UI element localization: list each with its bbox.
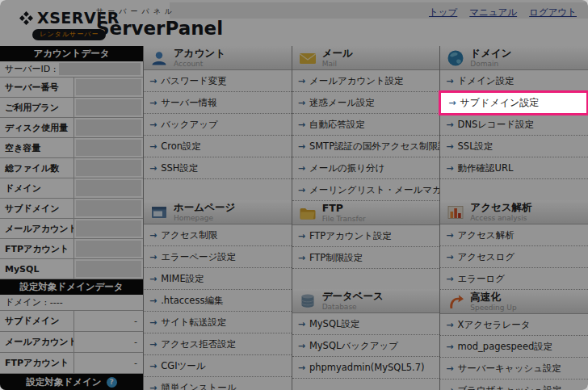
menu-item-domain-settings[interactable]: →ドメイン設定 xyxy=(440,70,588,92)
content: アカウントデータ サーバーID : サーバー番号 ご利用プラン ディスク使用量 … xyxy=(0,46,588,390)
redacted-value xyxy=(76,140,141,156)
section-subtitle: Access analysis xyxy=(470,214,531,222)
arrow-icon: → xyxy=(149,252,157,262)
arrow-icon: → xyxy=(446,76,453,86)
menu-item-mysql-backup[interactable]: →MySQLバックアップ xyxy=(292,335,440,357)
menu-item-password-change[interactable]: →パスワード変更 xyxy=(144,70,292,92)
person-icon xyxy=(150,49,168,67)
target-ftp-account-row: FTPアカウント- xyxy=(0,353,143,374)
menu-item-backup[interactable]: →バックアップ xyxy=(144,114,292,136)
menu-item-ftp-restriction[interactable]: →FTP制限設定 xyxy=(292,247,440,269)
arrow-icon: → xyxy=(446,120,453,130)
help-icon[interactable]: ? xyxy=(107,377,117,388)
menu-item-cron[interactable]: →Cron設定 xyxy=(144,136,292,157)
menu-item-access-log[interactable]: →アクセスログ xyxy=(440,246,588,268)
arrow-icon: → xyxy=(298,319,305,329)
menu-item-operation-check-url[interactable]: →動作確認URL xyxy=(440,157,588,179)
arrow-icon: → xyxy=(448,98,456,108)
arrow-icon: → xyxy=(446,274,453,284)
redacted-value xyxy=(76,241,141,257)
sidebar-row-ftp-account: FTPアカウント xyxy=(0,239,143,259)
nav-link-manual[interactable]: マニュアル xyxy=(469,6,517,19)
folder-icon xyxy=(299,204,317,222)
menu-item-error-log[interactable]: →エラーログ xyxy=(440,268,588,290)
menu-item-phpmyadmin[interactable]: →phpmyadmin(MySQL5.7) xyxy=(292,357,440,379)
arrow-icon: → xyxy=(446,141,453,152)
speed-arrow-icon xyxy=(447,293,464,311)
menu-item-subdomain-settings-highlighted[interactable]: →サブドメイン設定 xyxy=(439,90,588,115)
menu-item-mime[interactable]: →MIME設定 xyxy=(144,268,292,290)
section-title: アクセス解析 xyxy=(470,202,531,213)
menu-item-ssh[interactable]: →SSH設定 xyxy=(144,157,292,179)
redacted-value xyxy=(76,79,141,95)
redacted-value xyxy=(76,120,141,136)
header: XSERVER レンタルサーバー サーバーパネル ServerPanel トップ… xyxy=(0,0,588,46)
menu-item-mailing-list[interactable]: →メーリングリスト・メールマガジン xyxy=(292,179,440,201)
spacer xyxy=(292,269,440,289)
menu-item-server-info[interactable]: →サーバー情報 xyxy=(144,92,292,114)
menu-item-ssl[interactable]: →SSL設定 xyxy=(440,136,588,157)
redacted-value xyxy=(76,200,141,216)
sidebar-row-server-number: サーバー番号 xyxy=(0,78,143,98)
menu-item-mod-pagespeed[interactable]: →mod_pagespeed設定 xyxy=(440,336,588,358)
arrow-icon: → xyxy=(149,163,157,174)
menu-item-ftp-account[interactable]: →FTPアカウント設定 xyxy=(292,225,440,247)
nav-link-top[interactable]: トップ xyxy=(429,6,457,19)
sidebar-row-domain: ドメイン xyxy=(0,178,143,199)
section-title: データベース xyxy=(322,291,384,302)
section-header-account: アカウント Account xyxy=(144,46,292,70)
section-subtitle: File Transfer xyxy=(322,215,366,223)
filler xyxy=(292,379,440,390)
sidebar-header-target-domain-data: 設定対象ドメインデータ xyxy=(0,279,143,295)
rental-server-badge: レンタルサーバー xyxy=(32,29,106,40)
menu-item-htaccess[interactable]: →.htaccess編集 xyxy=(144,290,292,312)
menu-column-2: メール Mail →メールアカウント設定 →迷惑メール設定 →自動応答設定 →S… xyxy=(292,46,440,390)
header-nav: トップ マニュアル ログアウト xyxy=(429,6,577,19)
menu-column-1: アカウント Account →パスワード変更 →サーバー情報 →バックアップ →… xyxy=(144,46,292,390)
menu-item-server-cache[interactable]: →サーバーキャッシュ設定 xyxy=(440,358,588,380)
envelope-icon xyxy=(299,49,317,67)
section-title: ドメイン xyxy=(470,48,511,59)
section-header-mail: メール Mail xyxy=(292,46,440,70)
panel-title: サーバーパネル ServerPanel xyxy=(96,6,223,39)
menu-item-x-accelerator[interactable]: →Xアクセラレータ xyxy=(440,314,588,336)
section-header-speedup: 高速化 Speeding Up xyxy=(440,290,588,314)
menu-item-access-analysis[interactable]: →アクセス解析 xyxy=(440,224,588,246)
sidebar-header-account-data: アカウントデータ xyxy=(0,46,143,61)
redacted-value xyxy=(76,220,141,237)
xserver-diamond-icon xyxy=(19,11,33,25)
value-cell: - xyxy=(74,311,143,331)
menu-item-access-restriction[interactable]: →アクセス制限 xyxy=(144,224,292,246)
arrow-icon: → xyxy=(446,163,453,174)
arrow-icon: → xyxy=(149,230,157,241)
arrow-icon: → xyxy=(446,385,453,390)
menu-item-site-transfer[interactable]: →サイト転送設定 xyxy=(144,312,292,333)
menu-item-spam-mail[interactable]: →迷惑メール設定 xyxy=(292,92,440,114)
menu-item-cgi-tools[interactable]: →CGIツール xyxy=(144,355,292,377)
section-subtitle: Account xyxy=(174,60,225,68)
menu-item-mail-sorting[interactable]: →メールの振り分け xyxy=(292,157,440,179)
value-cell: - xyxy=(74,353,143,373)
server-panel-app: XSERVER レンタルサーバー サーバーパネル ServerPanel トップ… xyxy=(0,0,588,390)
menu-item-easy-install[interactable]: →簡単インストール xyxy=(144,377,292,390)
menu-item-mail-account[interactable]: →メールアカウント設定 xyxy=(292,70,440,92)
redacted-value xyxy=(76,180,141,196)
menu-item-access-deny[interactable]: →アクセス拒否設定 xyxy=(144,333,292,355)
arrow-icon: → xyxy=(149,120,157,130)
section-header-ftp: FTP File Transfer xyxy=(292,201,440,225)
menu-item-mysql-settings[interactable]: →MySQL設定 xyxy=(292,313,440,335)
target-mail-account-row: メールアカウント- xyxy=(0,332,143,353)
section-title: FTP xyxy=(322,203,366,214)
spacer xyxy=(440,179,588,200)
spacer xyxy=(144,179,292,200)
sidebar-row-mysql: MySQL xyxy=(0,259,143,279)
section-title: ホームページ xyxy=(174,202,235,213)
menu-item-dns-record[interactable]: →DNSレコード設定 xyxy=(440,114,588,136)
menu-item-smtp-restriction[interactable]: →SMTP認証の国外アクセス制限設定 xyxy=(292,136,440,157)
arrow-icon: → xyxy=(149,317,157,328)
menu-item-error-page[interactable]: →エラーページ設定 xyxy=(144,246,292,268)
menu-item-browser-cache[interactable]: →ブラウザキャッシュ設定 xyxy=(440,380,588,390)
nav-link-logout[interactable]: ログアウト xyxy=(529,6,577,19)
menu-columns: アカウント Account →パスワード変更 →サーバー情報 →バックアップ →… xyxy=(144,46,588,390)
menu-item-auto-reply[interactable]: →自動応答設定 xyxy=(292,114,440,136)
